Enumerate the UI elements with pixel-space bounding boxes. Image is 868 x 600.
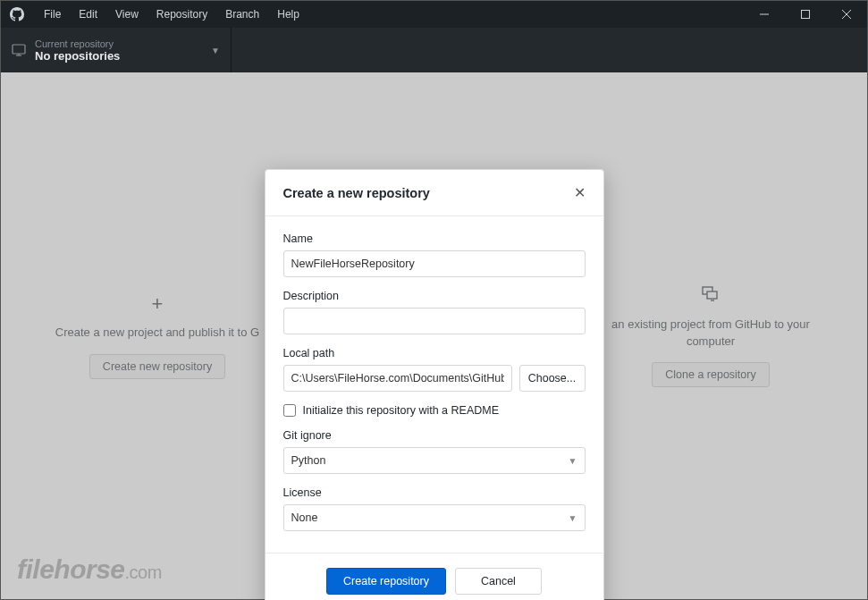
close-button[interactable] [826, 1, 867, 28]
window-controls [744, 1, 867, 28]
desktop-icon [12, 43, 26, 57]
description-label: Description [283, 290, 586, 302]
local-path-input[interactable] [283, 365, 512, 392]
watermark: filehorse.com [17, 554, 162, 585]
license-select[interactable]: None ▼ [283, 504, 586, 531]
local-path-label: Local path [283, 347, 586, 359]
github-logo-icon [10, 7, 24, 21]
modal-footer: Create repository Cancel [265, 553, 603, 600]
cancel-button[interactable]: Cancel [455, 568, 542, 595]
choose-button[interactable]: Choose... [519, 365, 586, 392]
watermark-tld: .com [125, 562, 162, 582]
minimize-button[interactable] [744, 1, 785, 28]
create-repository-button[interactable]: Create repository [326, 568, 446, 595]
readme-label: Initialize this repository with a README [303, 404, 500, 417]
name-input[interactable] [283, 250, 586, 277]
repository-selector[interactable]: Current repository No repositories ▼ [1, 28, 232, 72]
repo-selector-value: No repositories [35, 49, 211, 63]
chevron-down-icon: ▼ [569, 513, 577, 523]
svg-rect-1 [802, 11, 810, 19]
gitignore-label: Git ignore [283, 429, 586, 442]
chevron-down-icon: ▼ [211, 46, 220, 55]
close-icon[interactable]: ✕ [574, 184, 586, 201]
name-label: Name [283, 232, 586, 245]
modal-title: Create a new repository [283, 186, 430, 200]
svg-rect-4 [13, 45, 25, 54]
repo-selector-label: Current repository [35, 38, 211, 49]
chevron-down-icon: ▼ [569, 456, 577, 466]
description-input[interactable] [283, 308, 586, 334]
content-area: + Create a new project and publish it to… [1, 72, 867, 599]
menu-repository[interactable]: Repository [147, 8, 216, 21]
menu-file[interactable]: File [35, 8, 70, 21]
modal-header: Create a new repository ✕ [265, 170, 603, 216]
app-window: File Edit View Repository Branch Help Cu… [0, 0, 868, 600]
readme-checkbox[interactable] [283, 404, 296, 417]
menu-branch[interactable]: Branch [216, 8, 268, 21]
menu-bar: File Edit View Repository Branch Help [35, 8, 308, 21]
create-repository-modal: Create a new repository ✕ Name Descripti… [265, 169, 604, 600]
license-value: None [291, 511, 318, 524]
license-label: License [283, 486, 586, 499]
modal-body: Name Description Local path Choose... [265, 216, 603, 553]
watermark-brand: filehorse [17, 554, 125, 584]
menu-help[interactable]: Help [268, 8, 308, 21]
toolbar: Current repository No repositories ▼ [1, 28, 867, 72]
gitignore-value: Python [291, 454, 326, 467]
maximize-button[interactable] [785, 1, 826, 28]
menu-edit[interactable]: Edit [70, 8, 106, 21]
menu-view[interactable]: View [106, 8, 147, 21]
gitignore-select[interactable]: Python ▼ [283, 447, 586, 474]
titlebar: File Edit View Repository Branch Help [1, 1, 867, 28]
